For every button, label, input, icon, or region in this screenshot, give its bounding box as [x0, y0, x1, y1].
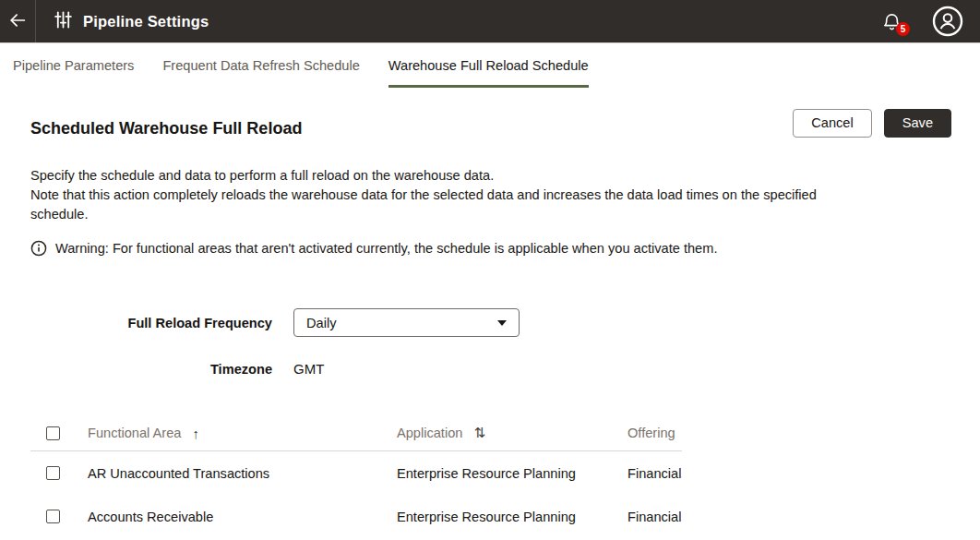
main-content: Scheduled Warehouse Full Reload Cancel S… — [0, 109, 980, 538]
title-row: Scheduled Warehouse Full Reload Cancel S… — [30, 109, 951, 138]
user-avatar-icon — [932, 25, 963, 40]
functional-area-table: Functional Area ↑ Application ⇅ Offering… — [30, 415, 682, 538]
frequency-selected-value: Daily — [306, 316, 336, 330]
description-line: Specify the schedule and data to perform… — [30, 166, 951, 186]
frequency-row: Full Reload Frequency Daily — [30, 308, 951, 337]
app-brand: Pipeline Settings — [36, 0, 209, 42]
action-buttons: Cancel Save — [793, 109, 951, 138]
sort-ascending-icon[interactable]: ↑ — [192, 426, 199, 441]
page-title: Pipeline Settings — [83, 13, 209, 30]
tab-frequent-data-refresh-schedule[interactable]: Frequent Data Refresh Schedule — [162, 58, 359, 88]
table-header-row: Functional Area ↑ Application ⇅ Offering — [30, 415, 682, 451]
cancel-button[interactable]: Cancel — [793, 109, 871, 138]
timezone-value: GMT — [293, 361, 324, 377]
table-row: AR Unaccounted Transactions Enterprise R… — [30, 451, 682, 495]
info-icon — [30, 240, 47, 257]
tab-bar: Pipeline Parameters Frequent Data Refres… — [0, 42, 980, 88]
warning-text: Warning: For functional areas that aren'… — [55, 241, 717, 256]
tab-pipeline-parameters[interactable]: Pipeline Parameters — [13, 58, 134, 88]
cell-functional-area: AR Unaccounted Transactions — [88, 466, 397, 481]
column-header-offering[interactable]: Offering — [627, 426, 682, 440]
description-text: Specify the schedule and data to perform… — [30, 166, 951, 224]
notifications-button[interactable]: 5 — [881, 11, 902, 32]
cell-functional-area: Accounts Receivable — [88, 510, 397, 524]
description-line: Note that this action completely reloads… — [30, 186, 951, 205]
cell-offering: Financials — [627, 466, 682, 481]
column-header-functional-area[interactable]: Functional Area ↑ — [88, 426, 397, 441]
back-arrow-icon — [7, 10, 28, 33]
chevron-down-icon — [497, 320, 507, 326]
select-all-checkbox[interactable] — [46, 426, 60, 440]
row-checkbox[interactable] — [46, 510, 60, 523]
warning-message: Warning: For functional areas that aren'… — [30, 240, 951, 257]
reload-form: Full Reload Frequency Daily Timezone GMT — [30, 308, 951, 377]
save-button[interactable]: Save — [884, 109, 951, 138]
section-heading: Scheduled Warehouse Full Reload — [30, 119, 302, 138]
timezone-row: Timezone GMT — [30, 361, 951, 377]
back-button[interactable] — [0, 0, 36, 42]
timezone-label: Timezone — [30, 362, 272, 377]
cell-application: Enterprise Resource Planning — [397, 510, 627, 524]
user-avatar-button[interactable] — [932, 6, 963, 37]
column-header-application[interactable]: Application ⇅ — [397, 425, 627, 441]
header-actions: 5 — [881, 0, 980, 42]
table-row: Accounts Receivable Enterprise Resource … — [30, 495, 682, 538]
row-checkbox[interactable] — [46, 466, 60, 480]
pipeline-sliders-icon — [54, 11, 72, 31]
cell-application: Enterprise Resource Planning — [397, 466, 627, 481]
sort-both-icon[interactable]: ⇅ — [473, 425, 485, 441]
frequency-dropdown[interactable]: Daily — [293, 308, 520, 337]
frequency-label: Full Reload Frequency — [30, 316, 272, 330]
notification-count-badge: 5 — [896, 22, 910, 36]
tab-warehouse-full-reload-schedule[interactable]: Warehouse Full Reload Schedule — [388, 58, 589, 88]
cell-offering: Financials — [627, 510, 682, 524]
description-line: schedule. — [30, 205, 951, 224]
app-header: Pipeline Settings 5 — [0, 0, 980, 42]
